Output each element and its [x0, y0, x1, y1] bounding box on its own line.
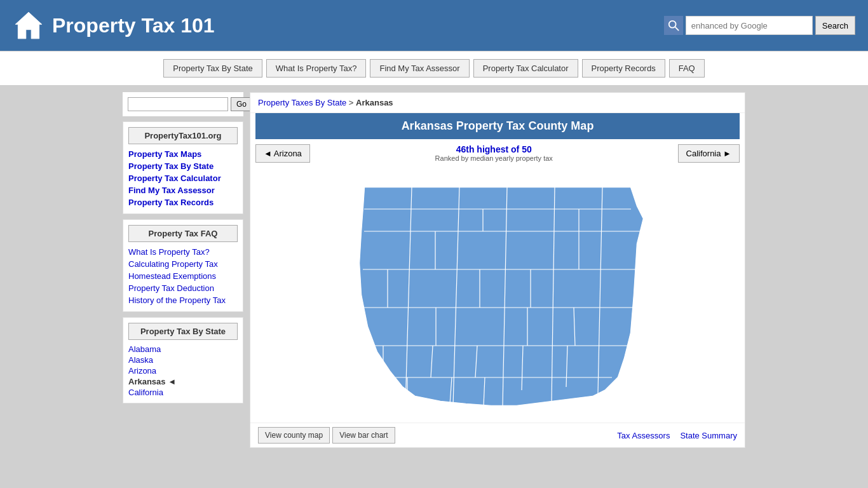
ranking-info: 46th highest of 50 Ranked by median year… — [435, 144, 553, 162]
state-nav-area: ◄ Arizona 46th highest of 50 Ranked by m… — [250, 144, 745, 168]
sidebar-faq-calculating[interactable]: Calculating Property Tax — [128, 258, 238, 270]
sidebar-state-alaska[interactable]: Alaska — [128, 355, 238, 365]
sidebar-faq-history[interactable]: History of the Property Tax — [128, 294, 238, 306]
sidebar-faq-homestead[interactable]: Homestead Exemptions — [128, 270, 238, 282]
sidebar-state-arkansas[interactable]: Arkansas ◄ — [128, 376, 238, 387]
header: Property Tax 101 Search — [0, 0, 868, 51]
sidebar-go-button[interactable]: Go — [231, 97, 252, 111]
bottom-buttons: View county map View bar chart — [258, 427, 395, 444]
sidebar-search-input[interactable] — [128, 97, 228, 111]
sidebar-state-arizona[interactable]: Arizona — [128, 365, 238, 376]
sidebar-search-box: Go — [123, 92, 243, 116]
sidebar-link-calculator[interactable]: Property Tax Calculator — [128, 172, 238, 184]
nav-what-is[interactable]: What Is Property Tax? — [266, 59, 367, 78]
view-county-map-button[interactable]: View county map — [258, 427, 330, 444]
search-area: Search — [664, 16, 855, 35]
svg-line-2 — [675, 27, 678, 30]
content-area: Property Taxes By State > Arkansas Arkan… — [250, 92, 745, 448]
bottom-links: Tax Assessors State Summary — [617, 431, 737, 440]
breadcrumb-link[interactable]: Property Taxes By State — [258, 98, 346, 107]
breadcrumb: Property Taxes By State > Arkansas — [250, 93, 745, 113]
tax-assessors-link[interactable]: Tax Assessors — [617, 431, 670, 440]
nav-by-state[interactable]: Property Tax By State — [163, 59, 262, 78]
nav-find-assessor[interactable]: Find My Tax Assessor — [370, 59, 469, 78]
sidebar-link-records[interactable]: Property Tax Records — [128, 196, 238, 208]
svg-point-1 — [669, 21, 676, 28]
sidebar-link-bystate[interactable]: Property Tax By State — [128, 160, 238, 172]
magnifier-icon — [668, 20, 679, 31]
state-summary-link[interactable]: State Summary — [680, 431, 737, 440]
house-icon — [13, 10, 44, 41]
sidebar-link-assessor[interactable]: Find My Tax Assessor — [128, 184, 238, 196]
sidebar-faq-title: Property Tax FAQ — [128, 225, 238, 242]
sidebar-faq-box: Property Tax FAQ What Is Property Tax? C… — [123, 219, 243, 312]
search-input[interactable] — [686, 16, 813, 35]
ranking-link[interactable]: 46th highest of 50 — [456, 144, 532, 154]
prev-state-button[interactable]: ◄ Arizona — [255, 144, 310, 163]
sidebar-link-maps[interactable]: Property Tax Maps — [128, 148, 238, 160]
sidebar-faq-deduction[interactable]: Property Tax Deduction — [128, 282, 238, 294]
nav-calculator[interactable]: Property Tax Calculator — [473, 59, 578, 78]
site-title: Property Tax 101 — [52, 14, 215, 37]
sidebar: Go PropertyTax101.org Property Tax Maps … — [123, 92, 243, 448]
map-container[interactable] — [250, 168, 745, 423]
sidebar-bystate-box: Property Tax By State Alabama Alaska Ari… — [123, 317, 243, 403]
logo-area: Property Tax 101 — [13, 10, 215, 41]
arkansas-map[interactable] — [313, 168, 682, 416]
breadcrumb-current: Arkansas — [356, 98, 393, 107]
main-content: Go PropertyTax101.org Property Tax Maps … — [123, 92, 745, 448]
sidebar-nav-title: PropertyTax101.org — [128, 127, 238, 144]
sidebar-bystate-title: Property Tax By State — [128, 323, 238, 340]
sidebar-nav-box: PropertyTax101.org Property Tax Maps Pro… — [123, 121, 243, 214]
svg-marker-0 — [15, 12, 42, 39]
nav-records[interactable]: Property Records — [582, 59, 665, 78]
nav-faq[interactable]: FAQ — [669, 59, 705, 78]
search-button[interactable]: Search — [815, 16, 855, 35]
map-title: Arkansas Property Tax County Map — [255, 113, 740, 139]
ranking-subtitle: Ranked by median yearly property tax — [435, 154, 553, 162]
bottom-bar: View county map View bar chart Tax Asses… — [250, 423, 745, 447]
view-bar-chart-button[interactable]: View bar chart — [332, 427, 395, 444]
next-state-button[interactable]: California ► — [678, 144, 740, 163]
sidebar-faq-what-is[interactable]: What Is Property Tax? — [128, 246, 238, 258]
search-icon-wrap — [664, 16, 683, 35]
navbar: Property Tax By State What Is Property T… — [0, 51, 868, 86]
breadcrumb-separator: > — [349, 98, 356, 107]
sidebar-state-california[interactable]: California — [128, 387, 238, 398]
sidebar-state-alabama[interactable]: Alabama — [128, 344, 238, 355]
